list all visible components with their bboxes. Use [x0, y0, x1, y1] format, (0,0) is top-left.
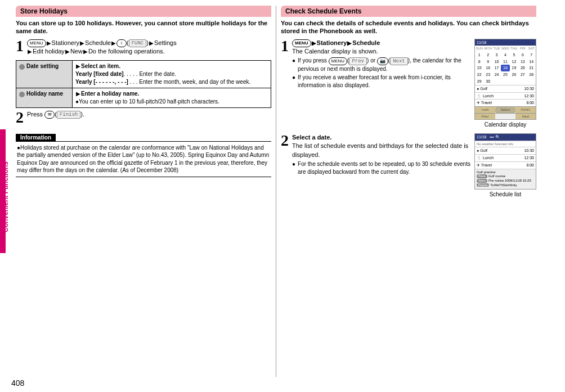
prev-soft-label: Prev: [349, 57, 367, 65]
schedule-list-screenshot: 11/18 ▪▪▪ 🔍 No weather forecast info ● G…: [474, 133, 536, 190]
side-tab: Convenient Functions: [0, 146, 11, 247]
arrow-icon: ▶: [27, 48, 33, 55]
left-step-1: 1 MENU▶Stationery▶Schedule▶i(FUNC)▶Setti…: [16, 39, 271, 56]
left-step-2: 2 Press ✉(Finish).: [16, 110, 271, 124]
menu-key-icon: MENU: [329, 57, 348, 65]
bullet-repeat: ● For the schedule events set to be repe…: [292, 160, 471, 175]
calendar-caption: Calendar display: [474, 121, 536, 129]
information-heading: Information: [16, 134, 56, 141]
func-soft-label: FUNC: [129, 39, 147, 47]
schedule-list-screenshot-wrapper: 11/18 ▪▪▪ 🔍 No weather forecast info ● G…: [474, 133, 536, 199]
table-row: Holiday name ▶Enter a holiday name. ●You…: [16, 88, 271, 108]
select-date-title: Select a date.: [292, 133, 471, 142]
nav-schedule: Schedule: [352, 39, 380, 46]
left-step-1-body: MENU▶Stationery▶Schedule▶i(FUNC)▶Setting…: [27, 39, 271, 56]
right-step-1-body: MENU▶Stationery▶Schedule The Calendar di…: [292, 39, 536, 129]
check-schedule-heading: Check Schedule Events: [281, 6, 536, 17]
nav-settings: Settings: [154, 39, 177, 46]
next-soft-label: Next: [390, 57, 408, 65]
calendar-screenshot-wrapper: 11/18 SUN MON TUE WED THU FRI SAT 123456…: [474, 39, 536, 129]
right-step-2-body: Select a date. The list of schedule even…: [292, 133, 536, 199]
left-step-2-body: Press ✉(Finish).: [27, 110, 271, 124]
bullet-prev-next: ● If you press MENU(Prev) or 📷(Next), th…: [292, 57, 471, 73]
right-step-2: 2 Select a date. The list of schedule ev…: [281, 133, 536, 199]
schedule-list-caption: Schedule list: [474, 191, 536, 199]
calendar-event-list: ● Golf10:30 🍴 Lunch12:30 ✈ Travel8:00: [475, 85, 536, 106]
calendar-grid: SUN MON TUE WED THU FRI SAT 1234567 8910…: [475, 46, 536, 84]
i-key-icon: i: [116, 39, 127, 47]
list-item: ✈ Travel8:00: [475, 161, 536, 169]
store-holidays-intro: You can store up to 100 holidays. Howeve…: [16, 19, 271, 35]
step-number-1: 1: [16, 39, 24, 56]
arrow-icon: ▶: [347, 40, 352, 46]
nav-stationery: Stationery: [317, 39, 347, 46]
arrow-icon: ▶: [83, 48, 88, 55]
settings-table: Date setting ▶Select an item. Yearly [fi…: [16, 60, 271, 108]
arrow-icon: ▶: [311, 40, 317, 46]
label-pill-icon: [19, 92, 25, 97]
nav-new: New: [70, 48, 83, 55]
page-content: Store Holidays You can store up to 100 h…: [0, 0, 565, 392]
step-number-1: 1: [281, 39, 289, 129]
arrow-icon: ▶: [75, 63, 81, 69]
table-row: Date setting ▶Select an item. Yearly [fi…: [16, 61, 271, 88]
step-number-2: 2: [281, 133, 289, 199]
setting-body-holiday: ▶Enter a holiday name. ●You can enter up…: [73, 88, 271, 108]
calendar-screenshot: 11/18 SUN MON TUE WED THU FRI SAT 123456…: [474, 39, 536, 120]
arrow-icon: ▶: [65, 48, 70, 55]
check-schedule-intro: You can check the details of schedule ev…: [281, 19, 536, 35]
list-item: ● Golf10:30: [475, 85, 536, 92]
setting-label-date: Date setting: [16, 61, 73, 88]
setting-body-date: ▶Select an item. Yearly [fixed date]. . …: [73, 61, 271, 88]
arrow-icon: ▶: [75, 91, 81, 97]
list-item: ✈ Travel8:00: [475, 99, 536, 106]
label-pill-icon: [19, 64, 25, 70]
arrow-icon: ▶: [79, 40, 85, 46]
schedule-list-header: No weather forecast info: [475, 141, 536, 147]
left-column: Store Holidays You can store up to 100 h…: [11, 6, 276, 377]
calendar-shown-text: The Calendar display is shown.: [292, 47, 471, 56]
mail-key-icon: ✉: [44, 111, 55, 119]
setting-label-holiday: Holiday name: [16, 88, 73, 108]
calendar-title: 11/18: [475, 39, 536, 46]
nav-do-following: Do the following operations.: [88, 48, 165, 55]
step-number-2: 2: [16, 110, 24, 124]
list-item: 🍴 Lunch12:30: [475, 154, 536, 161]
select-date-desc: The list of schedule events and birthday…: [292, 142, 471, 159]
arrow-icon: ▶: [149, 40, 154, 46]
page-number: 408: [11, 379, 24, 388]
menu-key-icon: MENU: [292, 39, 311, 47]
right-step-1: 1 MENU▶Stationery▶Schedule The Calendar …: [281, 39, 536, 129]
nav-edit-holiday: Edit holiday: [33, 48, 65, 55]
schedule-list-title: 11/18 ▪▪▪ 🔍: [475, 134, 536, 141]
arrow-icon: ▶: [111, 40, 116, 46]
list-item: 🍴 Lunch12:30: [475, 92, 536, 100]
nav-schedule: Schedule: [85, 39, 111, 46]
store-holidays-heading: Store Holidays: [16, 6, 271, 17]
camera-key-icon: 📷: [377, 57, 388, 65]
nav-stationery: Stationery: [52, 39, 80, 46]
finish-soft-label: Finish: [57, 111, 80, 119]
arrow-icon: ▶: [46, 40, 52, 46]
schedule-list-footer: Golf practice PlaceGolf course AlarmPre-…: [475, 169, 536, 189]
menu-key-icon: MENU: [27, 39, 46, 47]
side-tab-label: Convenient Functions: [2, 161, 10, 232]
list-item: ● Golf10:30: [475, 147, 536, 154]
bullet-weather: ● If you receive a weather forecast for …: [292, 74, 471, 89]
calendar-softkeys-2: Prev Next: [475, 113, 536, 119]
calendar-softkeys: i-sch Select FUNC: [475, 106, 536, 112]
right-column: Check Schedule Events You can check the …: [276, 6, 541, 377]
information-body: ●Holidays stored at purchase on the cale…: [16, 141, 271, 177]
